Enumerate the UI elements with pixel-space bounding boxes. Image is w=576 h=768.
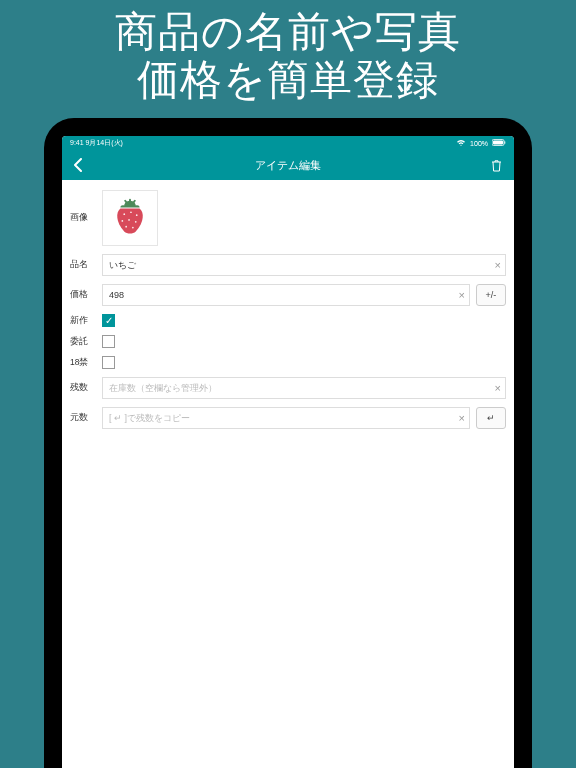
hero-line-1: 商品の名前や写真 <box>0 8 576 56</box>
clear-stock-button[interactable]: × <box>495 383 501 394</box>
svg-point-7 <box>128 219 130 221</box>
label-new: 新作 <box>70 315 96 327</box>
status-battery: 100% <box>470 140 488 147</box>
svg-point-3 <box>123 213 125 215</box>
name-input[interactable] <box>102 254 506 276</box>
svg-point-6 <box>121 220 123 222</box>
row-original: 元数 × ↵ <box>62 403 514 433</box>
svg-point-9 <box>125 226 127 228</box>
hero-line-2: 価格を簡単登録 <box>0 56 576 104</box>
label-image: 画像 <box>70 212 96 224</box>
row-price: 価格 × +/- <box>62 280 514 310</box>
label-r18: 18禁 <box>70 357 96 369</box>
form-content: 画像 品名 × <box>62 180 514 768</box>
delete-button[interactable] <box>486 159 506 172</box>
svg-rect-2 <box>504 141 505 144</box>
wifi-icon <box>456 139 466 148</box>
svg-point-4 <box>130 211 132 213</box>
battery-icon <box>492 139 506 147</box>
row-image: 画像 <box>62 180 514 250</box>
svg-point-8 <box>135 221 137 223</box>
label-original: 元数 <box>70 412 96 424</box>
back-button[interactable] <box>62 158 92 172</box>
page-title: アイテム編集 <box>62 158 514 173</box>
svg-point-5 <box>136 214 138 216</box>
price-input[interactable] <box>102 284 470 306</box>
label-stock: 残数 <box>70 382 96 394</box>
clear-price-button[interactable]: × <box>459 290 465 301</box>
r18-checkbox[interactable] <box>102 356 115 369</box>
clear-original-button[interactable]: × <box>459 413 465 424</box>
status-time: 9:41 9月14日(火) <box>70 138 123 148</box>
label-consign: 委託 <box>70 336 96 348</box>
plus-minus-button[interactable]: +/- <box>476 284 506 306</box>
row-consign: 委託 <box>62 331 514 352</box>
hero-caption: 商品の名前や写真 価格を簡単登録 <box>0 0 576 117</box>
original-input[interactable] <box>102 407 470 429</box>
stock-input[interactable] <box>102 377 506 399</box>
label-price: 価格 <box>70 289 96 301</box>
row-new: 新作 ✓ <box>62 310 514 331</box>
screen: 9:41 9月14日(火) 100% アイテム編集 画像 <box>62 136 514 768</box>
row-stock: 残数 × <box>62 373 514 403</box>
row-name: 品名 × <box>62 250 514 280</box>
label-name: 品名 <box>70 259 96 271</box>
strawberry-icon <box>107 195 153 241</box>
row-r18: 18禁 <box>62 352 514 373</box>
new-checkbox[interactable]: ✓ <box>102 314 115 327</box>
clear-name-button[interactable]: × <box>495 260 501 271</box>
image-picker[interactable] <box>102 190 158 246</box>
copy-stock-button[interactable]: ↵ <box>476 407 506 429</box>
nav-bar: アイテム編集 <box>62 150 514 180</box>
svg-point-10 <box>132 227 134 229</box>
svg-rect-1 <box>493 141 503 145</box>
ipad-frame: 9:41 9月14日(火) 100% アイテム編集 画像 <box>44 118 532 768</box>
consign-checkbox[interactable] <box>102 335 115 348</box>
status-bar: 9:41 9月14日(火) 100% <box>62 136 514 150</box>
